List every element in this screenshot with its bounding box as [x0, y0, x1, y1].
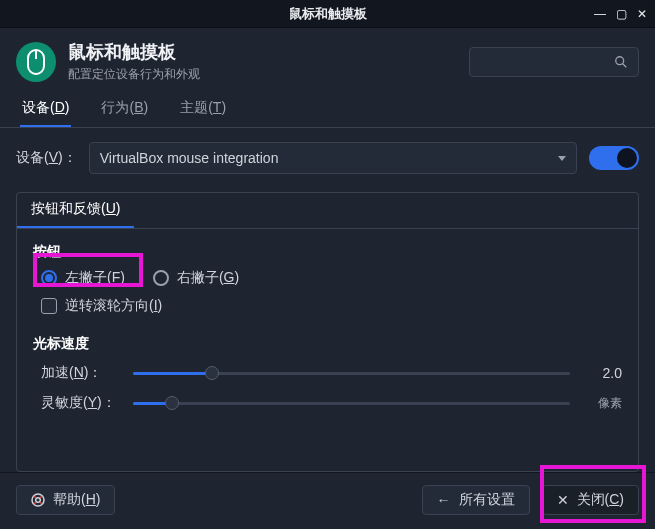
- arrow-left-icon: ←: [437, 492, 451, 508]
- radio-disc-icon: [153, 270, 169, 286]
- search-icon: [614, 55, 628, 69]
- tab-bar: 设备(D) 行为(B) 主题(T): [0, 93, 655, 128]
- acceleration-slider[interactable]: [133, 363, 570, 383]
- handedness-radio-group: 左撇子(F) 右撇子(G): [41, 269, 622, 287]
- toggle-knob: [617, 148, 637, 168]
- chevron-down-icon: [558, 156, 566, 161]
- acceleration-label: 加速(N)：: [41, 364, 121, 382]
- tab-behavior[interactable]: 行为(B): [99, 93, 150, 127]
- page-subtitle: 配置定位设备行为和外观: [68, 66, 200, 83]
- svg-line-3: [623, 63, 627, 67]
- sensitivity-slider[interactable]: [133, 393, 570, 413]
- svg-point-2: [616, 56, 624, 64]
- help-button[interactable]: 帮助(H): [16, 485, 115, 515]
- tab-theme[interactable]: 主题(T): [178, 93, 228, 127]
- sensitivity-value: 像素: [582, 395, 622, 412]
- footer: 帮助(H) ← 所有设置 ✕ 关闭(C): [0, 472, 655, 529]
- all-settings-button[interactable]: ← 所有设置: [422, 485, 530, 515]
- checkbox-icon: [41, 298, 57, 314]
- close-icon: ✕: [557, 492, 569, 508]
- tab-devices[interactable]: 设备(D): [20, 93, 71, 127]
- device-row: 设备(V)： VirtualBox mouse integration: [16, 142, 639, 174]
- acceleration-value: 2.0: [582, 365, 622, 381]
- section-tab-row: 按钮和反馈(U): [17, 192, 638, 229]
- sensitivity-label: 灵敏度(Y)：: [41, 394, 121, 412]
- minimize-button[interactable]: —: [594, 7, 606, 21]
- lifebuoy-icon: [31, 493, 45, 507]
- svg-point-4: [32, 494, 44, 506]
- device-combobox[interactable]: VirtualBox mouse integration: [89, 142, 577, 174]
- close-button[interactable]: ✕ 关闭(C): [542, 485, 639, 515]
- acceleration-row: 加速(N)： 2.0: [41, 363, 622, 383]
- sensitivity-row: 灵敏度(Y)： 像素: [41, 393, 622, 413]
- buttons-feedback-section: 按钮和反馈(U) 按钮 左撇子(F) 右撇子(G) 逆转滚轮方向(I) 光标速度…: [16, 192, 639, 472]
- reverse-scroll-checkbox[interactable]: 逆转滚轮方向(I): [41, 297, 622, 315]
- body: 设备(V)： VirtualBox mouse integration 按钮和反…: [0, 128, 655, 472]
- buttons-heading: 按钮: [33, 243, 622, 261]
- close-window-button[interactable]: ✕: [637, 7, 647, 21]
- search-input[interactable]: [469, 47, 639, 77]
- device-label: 设备(V)：: [16, 149, 77, 167]
- svg-point-5: [36, 498, 41, 503]
- all-settings-label: 所有设置: [459, 491, 515, 509]
- section-tab-buttons-feedback[interactable]: 按钮和反馈(U): [17, 192, 134, 228]
- radio-right-handed[interactable]: 右撇子(G): [153, 269, 239, 287]
- titlebar: 鼠标和触摸板 — ▢ ✕: [0, 0, 655, 28]
- device-selected: VirtualBox mouse integration: [100, 150, 279, 166]
- maximize-button[interactable]: ▢: [616, 7, 627, 21]
- radio-left-handed[interactable]: 左撇子(F): [41, 269, 125, 287]
- page-title: 鼠标和触摸板: [68, 40, 200, 64]
- radio-disc-icon: [41, 270, 57, 286]
- mouse-icon: [16, 42, 56, 82]
- window-controls: — ▢ ✕: [594, 7, 647, 21]
- window-title: 鼠标和触摸板: [289, 5, 367, 23]
- header: 鼠标和触摸板 配置定位设备行为和外观: [0, 28, 655, 93]
- header-text: 鼠标和触摸板 配置定位设备行为和外观: [68, 40, 200, 83]
- pointer-speed-heading: 光标速度: [33, 335, 622, 353]
- device-enable-toggle[interactable]: [589, 146, 639, 170]
